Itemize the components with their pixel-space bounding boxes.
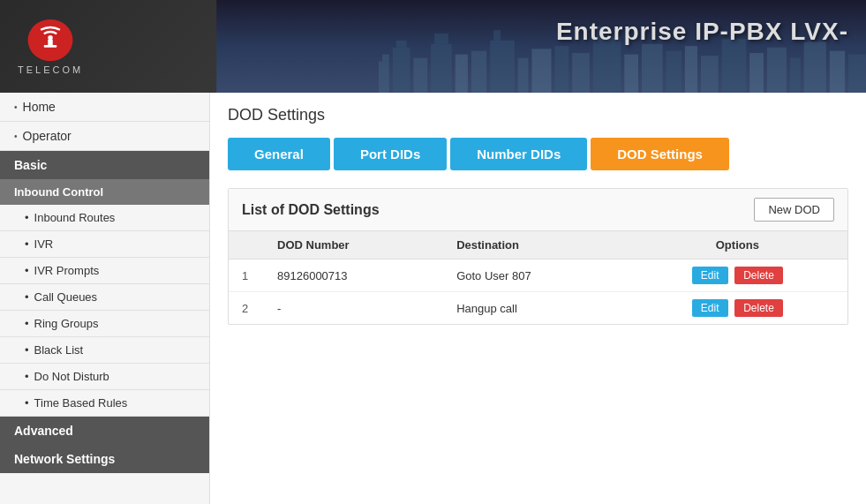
- svg-rect-9: [490, 41, 515, 93]
- sidebar-subsection-inbound-control[interactable]: Inbound Control: [0, 179, 209, 205]
- sidebar-item-call-queues-label: Call Queues: [34, 290, 98, 304]
- svg-rect-12: [532, 49, 552, 93]
- bullet-icon: •: [25, 237, 29, 251]
- sidebar-item-inbound-routes-label: Inbound Routes: [34, 211, 116, 224]
- col-destination: Destination: [443, 231, 627, 260]
- table-header: List of DOD Settings New DOD: [229, 189, 847, 231]
- new-dod-button[interactable]: New DOD: [754, 198, 834, 222]
- bullet-icon: •: [25, 396, 29, 410]
- svg-rect-25: [790, 58, 801, 93]
- svg-rect-2: [393, 48, 410, 93]
- svg-rect-18: [642, 44, 663, 93]
- sidebar-item-home-label: Home: [23, 100, 56, 114]
- svg-rect-24: [767, 48, 787, 93]
- svg-rect-17: [624, 55, 638, 93]
- col-dod-number: DOD Number: [264, 231, 443, 260]
- svg-rect-0: [379, 62, 389, 93]
- bullet-icon: •: [14, 132, 18, 141]
- row1-edit-button[interactable]: Edit: [692, 267, 728, 284]
- sidebar-section-network-settings[interactable]: Network Settings: [0, 445, 209, 473]
- table-row: 2 - Hangup call Edit Delete: [229, 292, 847, 325]
- svg-rect-26: [804, 41, 826, 93]
- sidebar-section-advanced[interactable]: Advanced: [0, 417, 209, 445]
- svg-rect-8: [471, 51, 486, 93]
- svg-rect-14: [572, 53, 590, 93]
- svg-rect-5: [431, 44, 452, 93]
- svg-rect-21: [701, 56, 719, 93]
- row2-options: Edit Delete: [628, 292, 847, 325]
- bullet-icon: •: [14, 102, 18, 112]
- header-background: [216, 0, 866, 93]
- dod-table-section: List of DOD Settings New DOD DOD Number …: [228, 188, 848, 325]
- svg-rect-10: [493, 30, 501, 41]
- sidebar-item-operator-label: Operator: [23, 129, 72, 143]
- row1-dod-number: 89126000713: [264, 260, 443, 292]
- tab-port-dids[interactable]: Port DIDs: [334, 138, 447, 170]
- svg-rect-22: [722, 39, 747, 93]
- svg-rect-23: [749, 53, 764, 93]
- svg-rect-32: [44, 45, 57, 48]
- sidebar-item-time-based-rules[interactable]: • Time Based Rules: [0, 390, 209, 417]
- svg-rect-11: [518, 58, 529, 93]
- row2-edit-button[interactable]: Edit: [692, 299, 728, 317]
- col-num: [229, 231, 264, 260]
- bullet-icon: •: [25, 343, 29, 357]
- logo-area: TELECOM: [0, 10, 101, 84]
- city-silhouette-icon: [379, 0, 866, 93]
- sidebar-section-basic: Basic: [0, 151, 209, 179]
- svg-rect-27: [830, 51, 845, 93]
- svg-rect-4: [414, 58, 428, 93]
- sidebar: • Home • Operator Basic Inbound Control …: [0, 93, 210, 504]
- table-heading: List of DOD Settings: [242, 202, 380, 218]
- row2-num: 2: [229, 292, 264, 325]
- sidebar-item-ivr[interactable]: • IVR: [0, 231, 209, 258]
- bullet-icon: •: [25, 317, 29, 330]
- tabs-bar: General Port DIDs Number DIDs DOD Settin…: [228, 138, 848, 170]
- svg-rect-6: [434, 34, 448, 44]
- lava-logo-icon: [24, 19, 77, 63]
- row2-destination: Hangup call: [443, 292, 627, 325]
- row1-destination: Goto User 807: [443, 260, 627, 292]
- sidebar-item-ivr-prompts-label: IVR Prompts: [34, 264, 100, 277]
- bullet-icon: •: [25, 370, 29, 383]
- svg-rect-20: [685, 46, 697, 93]
- header-title: Enterprise IP-PBX LVX-: [556, 18, 848, 46]
- sidebar-item-call-queues[interactable]: • Call Queues: [0, 284, 209, 311]
- row1-num: 1: [229, 260, 264, 292]
- tab-dod-settings[interactable]: DOD Settings: [591, 138, 729, 170]
- table-header-row: DOD Number Destination Options: [229, 231, 847, 260]
- sidebar-item-do-not-disturb-label: Do Not Disturb: [34, 370, 109, 383]
- bullet-icon: •: [25, 211, 29, 224]
- header: TELECOM Enterprise IP-PBX LVX-: [0, 0, 866, 93]
- dod-table: DOD Number Destination Options 1 8912600…: [229, 231, 847, 324]
- svg-rect-7: [456, 55, 468, 93]
- svg-rect-3: [396, 41, 407, 48]
- svg-rect-1: [382, 55, 389, 62]
- col-options: Options: [628, 231, 847, 260]
- sidebar-item-inbound-routes[interactable]: • Inbound Routes: [0, 205, 209, 231]
- sidebar-item-time-based-rules-label: Time Based Rules: [34, 396, 128, 410]
- table-row: 1 89126000713 Goto User 807 Edit Delete: [229, 260, 847, 292]
- svg-rect-19: [666, 51, 682, 93]
- svg-rect-28: [848, 55, 866, 93]
- tab-number-dids[interactable]: Number DIDs: [450, 138, 587, 170]
- sidebar-item-operator[interactable]: • Operator: [0, 122, 209, 151]
- content-area: DOD Settings General Port DIDs Number DI…: [210, 93, 866, 504]
- logo-text: TELECOM: [18, 64, 83, 75]
- sidebar-item-black-list-label: Black List: [34, 343, 84, 357]
- row1-delete-button[interactable]: Delete: [734, 267, 783, 284]
- tab-general[interactable]: General: [228, 138, 330, 170]
- sidebar-item-ring-groups[interactable]: • Ring Groups: [0, 311, 209, 337]
- svg-rect-13: [555, 46, 569, 93]
- page-title: DOD Settings: [228, 106, 848, 124]
- sidebar-item-ivr-prompts[interactable]: • IVR Prompts: [0, 258, 209, 284]
- sidebar-item-do-not-disturb[interactable]: • Do Not Disturb: [0, 364, 209, 390]
- sidebar-item-ivr-label: IVR: [34, 237, 54, 251]
- bullet-icon: •: [25, 264, 29, 277]
- sidebar-item-black-list[interactable]: • Black List: [0, 337, 209, 364]
- row2-delete-button[interactable]: Delete: [734, 299, 783, 317]
- row2-dod-number: -: [264, 292, 443, 325]
- row1-options: Edit Delete: [628, 260, 847, 292]
- sidebar-item-home[interactable]: • Home: [0, 93, 209, 122]
- bullet-icon: •: [25, 290, 29, 304]
